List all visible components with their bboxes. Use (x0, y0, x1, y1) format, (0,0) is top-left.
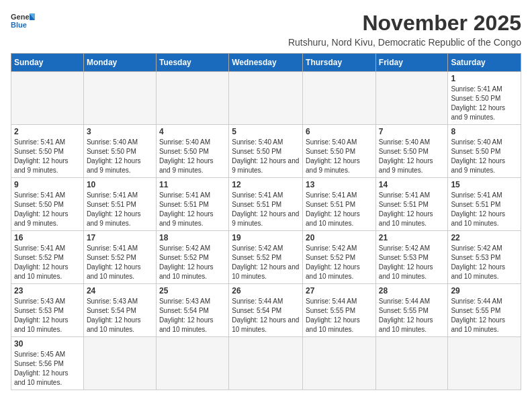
weekday-header-saturday: Saturday (448, 54, 521, 72)
calendar-cell: 1Sunrise: 5:41 AMSunset: 5:50 PMDaylight… (448, 72, 521, 125)
day-info: Sunrise: 5:44 AMSunset: 5:54 PMDaylight:… (232, 297, 300, 334)
header: General Blue November 2025 Rutshuru, Nor… (11, 11, 521, 48)
day-info: Sunrise: 5:40 AMSunset: 5:50 PMDaylight:… (306, 138, 373, 175)
calendar-cell: 23Sunrise: 5:43 AMSunset: 5:53 PMDayligh… (11, 284, 84, 337)
day-info: Sunrise: 5:40 AMSunset: 5:50 PMDaylight:… (451, 138, 518, 175)
day-info: Sunrise: 5:40 AMSunset: 5:50 PMDaylight:… (87, 138, 153, 175)
day-info: Sunrise: 5:41 AMSunset: 5:50 PMDaylight:… (14, 138, 81, 175)
calendar-cell: 26Sunrise: 5:44 AMSunset: 5:54 PMDayligh… (229, 284, 303, 337)
calendar-cell: 29Sunrise: 5:44 AMSunset: 5:55 PMDayligh… (448, 284, 521, 337)
calendar-cell: 7Sunrise: 5:40 AMSunset: 5:50 PMDaylight… (375, 125, 448, 178)
day-number: 21 (379, 233, 445, 242)
day-info: Sunrise: 5:40 AMSunset: 5:50 PMDaylight:… (159, 138, 226, 175)
day-info: Sunrise: 5:41 AMSunset: 5:50 PMDaylight:… (14, 191, 81, 228)
day-number: 3 (87, 127, 153, 136)
calendar-cell: 17Sunrise: 5:41 AMSunset: 5:52 PMDayligh… (83, 231, 156, 284)
day-number: 14 (379, 180, 445, 189)
calendar-week-5: 23Sunrise: 5:43 AMSunset: 5:53 PMDayligh… (11, 284, 521, 337)
day-info: Sunrise: 5:42 AMSunset: 5:52 PMDaylight:… (232, 244, 300, 281)
calendar-cell: 28Sunrise: 5:44 AMSunset: 5:55 PMDayligh… (375, 284, 448, 337)
day-info: Sunrise: 5:43 AMSunset: 5:54 PMDaylight:… (159, 297, 226, 334)
day-number: 22 (451, 233, 518, 242)
title-area: November 2025 Rutshuru, Nord Kivu, Democ… (288, 11, 521, 48)
day-number: 26 (232, 286, 300, 295)
day-number: 20 (306, 233, 373, 242)
calendar-cell: 19Sunrise: 5:42 AMSunset: 5:52 PMDayligh… (229, 231, 303, 284)
day-info: Sunrise: 5:42 AMSunset: 5:52 PMDaylight:… (159, 244, 226, 281)
calendar-cell: 6Sunrise: 5:40 AMSunset: 5:50 PMDaylight… (303, 125, 376, 178)
day-info: Sunrise: 5:41 AMSunset: 5:51 PMDaylight:… (232, 191, 300, 228)
day-number: 11 (159, 180, 226, 189)
calendar-cell: 18Sunrise: 5:42 AMSunset: 5:52 PMDayligh… (156, 231, 228, 284)
day-number: 30 (14, 339, 81, 349)
calendar-week-2: 2Sunrise: 5:41 AMSunset: 5:50 PMDaylight… (11, 125, 521, 178)
day-info: Sunrise: 5:41 AMSunset: 5:51 PMDaylight:… (159, 191, 226, 228)
calendar-cell: 9Sunrise: 5:41 AMSunset: 5:50 PMDaylight… (11, 178, 84, 231)
day-info: Sunrise: 5:40 AMSunset: 5:50 PMDaylight:… (232, 138, 300, 175)
day-info: Sunrise: 5:42 AMSunset: 5:53 PMDaylight:… (451, 244, 518, 281)
calendar-cell (375, 337, 448, 390)
day-info: Sunrise: 5:44 AMSunset: 5:55 PMDaylight:… (306, 297, 373, 334)
calendar-cell: 5Sunrise: 5:40 AMSunset: 5:50 PMDaylight… (229, 125, 303, 178)
day-info: Sunrise: 5:45 AMSunset: 5:56 PMDaylight:… (14, 350, 81, 387)
day-info: Sunrise: 5:44 AMSunset: 5:55 PMDaylight:… (451, 297, 518, 334)
calendar-cell (11, 72, 84, 125)
weekday-header-friday: Friday (375, 54, 448, 72)
weekday-header-thursday: Thursday (303, 54, 376, 72)
day-number: 4 (159, 127, 226, 136)
logo-icon: General Blue (11, 11, 35, 31)
day-number: 8 (451, 127, 518, 136)
day-number: 19 (232, 233, 300, 242)
weekday-header-sunday: Sunday (11, 54, 84, 72)
calendar-cell: 10Sunrise: 5:41 AMSunset: 5:51 PMDayligh… (83, 178, 156, 231)
calendar-cell: 16Sunrise: 5:41 AMSunset: 5:52 PMDayligh… (11, 231, 84, 284)
calendar-cell: 24Sunrise: 5:43 AMSunset: 5:54 PMDayligh… (83, 284, 156, 337)
calendar-cell (229, 72, 303, 125)
day-info: Sunrise: 5:41 AMSunset: 5:51 PMDaylight:… (87, 191, 153, 228)
day-info: Sunrise: 5:40 AMSunset: 5:50 PMDaylight:… (379, 138, 445, 175)
calendar-cell: 22Sunrise: 5:42 AMSunset: 5:53 PMDayligh… (448, 231, 521, 284)
calendar-week-1: 1Sunrise: 5:41 AMSunset: 5:50 PMDaylight… (11, 72, 521, 125)
day-number: 23 (14, 286, 81, 295)
calendar-cell: 15Sunrise: 5:41 AMSunset: 5:51 PMDayligh… (448, 178, 521, 231)
calendar-cell: 12Sunrise: 5:41 AMSunset: 5:51 PMDayligh… (229, 178, 303, 231)
day-info: Sunrise: 5:41 AMSunset: 5:50 PMDaylight:… (451, 85, 518, 122)
weekday-row: SundayMondayTuesdayWednesdayThursdayFrid… (11, 54, 521, 72)
day-info: Sunrise: 5:41 AMSunset: 5:51 PMDaylight:… (306, 191, 373, 228)
day-number: 29 (451, 286, 518, 295)
calendar-cell: 25Sunrise: 5:43 AMSunset: 5:54 PMDayligh… (156, 284, 228, 337)
calendar-cell: 27Sunrise: 5:44 AMSunset: 5:55 PMDayligh… (303, 284, 376, 337)
day-info: Sunrise: 5:42 AMSunset: 5:52 PMDaylight:… (306, 244, 373, 281)
calendar-cell: 20Sunrise: 5:42 AMSunset: 5:52 PMDayligh… (303, 231, 376, 284)
weekday-header-wednesday: Wednesday (229, 54, 303, 72)
day-number: 2 (14, 127, 81, 136)
calendar-cell (156, 337, 228, 390)
calendar-cell (448, 337, 521, 390)
calendar-cell (83, 72, 156, 125)
logo: General Blue (11, 11, 35, 31)
calendar-cell: 11Sunrise: 5:41 AMSunset: 5:51 PMDayligh… (156, 178, 228, 231)
calendar-body: 1Sunrise: 5:41 AMSunset: 5:50 PMDaylight… (11, 72, 521, 390)
day-number: 17 (87, 233, 153, 242)
day-info: Sunrise: 5:41 AMSunset: 5:51 PMDaylight:… (379, 191, 445, 228)
day-number: 25 (159, 286, 226, 295)
day-number: 10 (87, 180, 153, 189)
day-number: 1 (451, 74, 518, 83)
calendar-cell (303, 72, 376, 125)
day-info: Sunrise: 5:42 AMSunset: 5:53 PMDaylight:… (379, 244, 445, 281)
day-number: 27 (306, 286, 373, 295)
day-number: 9 (14, 180, 81, 189)
location-subtitle: Rutshuru, Nord Kivu, Democratic Republic… (288, 37, 521, 48)
day-number: 15 (451, 180, 518, 189)
weekday-header-tuesday: Tuesday (156, 54, 228, 72)
calendar-cell: 14Sunrise: 5:41 AMSunset: 5:51 PMDayligh… (375, 178, 448, 231)
day-number: 7 (379, 127, 445, 136)
day-number: 13 (306, 180, 373, 189)
month-title: November 2025 (288, 11, 521, 36)
calendar-cell (83, 337, 156, 390)
day-info: Sunrise: 5:41 AMSunset: 5:52 PMDaylight:… (14, 244, 81, 281)
day-number: 12 (232, 180, 300, 189)
day-number: 16 (14, 233, 81, 242)
day-number: 5 (232, 127, 300, 136)
calendar-cell: 30Sunrise: 5:45 AMSunset: 5:56 PMDayligh… (11, 337, 84, 390)
